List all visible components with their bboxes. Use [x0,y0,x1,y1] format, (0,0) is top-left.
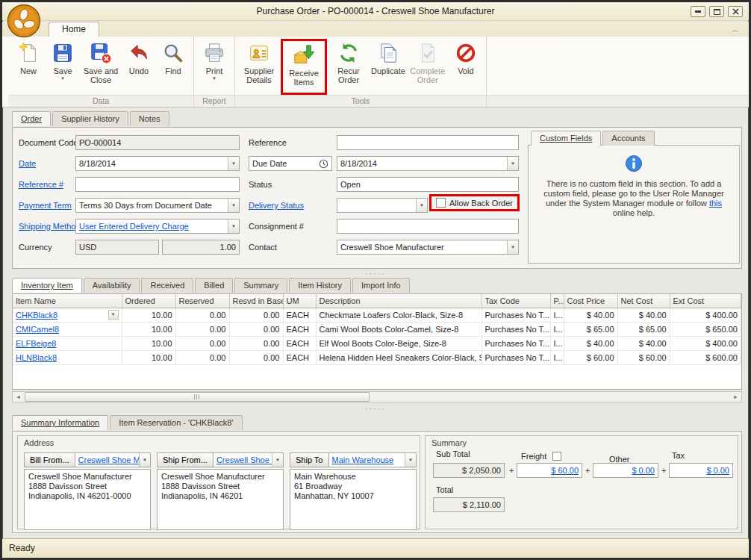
ship-to-combo[interactable]: Main Warehouse▼ [329,452,417,467]
cell-p[interactable]: I... [550,350,564,364]
col-ordered[interactable]: Ordered [122,294,175,308]
bill-from-button[interactable]: Bill From... [24,452,75,467]
tab-summary-information[interactable]: Summary Information [12,415,108,430]
tab-item-history[interactable]: Item History [289,278,351,293]
splitter-handle[interactable] [365,271,386,277]
cell-reserved[interactable]: 0.00 [175,322,229,336]
cell-p[interactable]: I... [550,336,564,350]
shipping-method-field[interactable]: User Entered Delivery Charge▼ [75,219,240,234]
scroll-right-icon[interactable]: ► [730,392,741,402]
tab-availability[interactable]: Availability [84,278,140,293]
supplier-details-button[interactable]: Supplier Details [238,39,280,85]
save-button[interactable]: Save ▼ [46,39,80,81]
item-name-link[interactable]: ELFBeige8 [16,339,56,348]
scrollbar-thumb[interactable] [25,392,370,402]
tab-order[interactable]: Order [12,111,51,126]
document-code-field[interactable]: PO-000014 [75,135,240,150]
cell-um[interactable]: EACH [283,336,316,350]
cell-tax-code[interactable]: Purchases No T... [482,322,550,336]
cell-tax-code[interactable]: Purchases No T... [482,350,550,364]
duplicate-button[interactable]: Duplicate [370,39,407,76]
cell-net-cost[interactable]: $ 60.00 [617,350,670,364]
undo-button[interactable]: Undo [122,39,156,76]
cell-net-cost[interactable]: $ 65.00 [617,322,670,336]
due-date-selector[interactable]: Due Date [249,156,332,171]
due-date-field[interactable]: 8/18/2014▼ [337,156,519,171]
cell-um[interactable]: EACH [283,350,316,364]
col-ext-cost[interactable]: Ext Cost [670,294,741,308]
receive-items-button[interactable]: Receive Items [283,41,325,93]
item-name-link[interactable]: CMICamel8 [16,325,59,334]
chevron-down-icon[interactable]: ▼ [228,199,239,212]
date-label[interactable]: Date [19,156,36,171]
ship-from-button[interactable]: Ship From... [157,452,214,467]
cell-net-cost[interactable]: $ 40.00 [617,336,670,350]
delivery-status-label[interactable]: Delivery Status [249,198,304,213]
cell-ext-cost[interactable]: $ 400.00 [670,308,741,322]
col-net-cost[interactable]: Net Cost [617,294,670,308]
cell-p[interactable]: I... [550,308,564,322]
freight-field[interactable]: $ 60.00 [517,463,582,478]
table-row[interactable]: CMICamel8 10.00 0.00 0.00 EACH Cami Wool… [13,322,741,336]
cell-tax-code[interactable]: Purchases No T... [482,308,550,322]
ship-from-combo[interactable]: Creswell Shoe M▼ [214,452,284,467]
cell-ext-cost[interactable]: $ 400.00 [670,336,741,350]
chevron-down-icon[interactable]: ▼ [507,240,518,254]
col-um[interactable]: UM [283,294,316,308]
app-logo-icon[interactable] [7,4,41,38]
allow-back-order-checkbox[interactable] [436,198,446,208]
tab-import-info[interactable]: Import Info [352,278,410,293]
void-button[interactable]: Void [449,39,483,76]
cell-net-cost[interactable]: $ 40.00 [617,308,670,322]
close-button[interactable] [728,6,743,17]
tax-field[interactable]: $ 0.00 [669,463,733,478]
reference-field[interactable] [337,135,519,150]
cell-reserved[interactable]: 0.00 [175,336,229,350]
table-row[interactable]: ELFBeige8 10.00 0.00 0.00 EACH Elf Wool … [13,336,741,350]
col-resvd-in-base[interactable]: Resvd in Base [229,294,283,308]
cell-resvd[interactable]: 0.00 [229,322,283,336]
ship-to-address[interactable]: Main Warehouse 61 Broadway Manhattan, NY… [290,469,417,530]
collapse-ribbon-button[interactable]: ︿ [729,25,741,35]
currency-rate-field[interactable]: 1.00 [162,240,240,255]
contact-field[interactable]: Creswell Shoe Manufacturer▼ [337,240,519,255]
save-and-close-button[interactable]: Save and Close [80,39,122,85]
col-item-name[interactable]: Item Name [13,294,122,308]
cell-cost-price[interactable]: $ 40.00 [564,336,617,350]
tab-supplier-history[interactable]: Supplier History [52,111,128,126]
cell-ext-cost[interactable]: $ 650.00 [670,322,741,336]
item-name-link[interactable]: CHKBlack8 [16,311,57,320]
cell-cost-price[interactable]: $ 40.00 [564,308,617,322]
chevron-down-icon[interactable]: ▼ [272,453,283,467]
cell-ordered[interactable]: 10.00 [122,350,175,364]
new-button[interactable]: New [11,39,46,76]
minimize-button[interactable] [691,6,705,17]
tab-inventory-item[interactable]: Inventory Item [12,278,82,293]
tab-custom-fields[interactable]: Custom Fields [531,131,601,146]
col-description[interactable]: Description [316,294,482,308]
cell-description[interactable]: Cami Wool Boots Color-Camel, Size-8 [316,322,482,336]
chevron-down-icon[interactable]: ▼ [108,310,119,320]
col-reserved[interactable]: Reserved [175,294,229,308]
tab-item-reservation[interactable]: Item Reservation - 'CHKBlack8' [110,415,242,430]
cell-resvd[interactable]: 0.00 [229,308,283,322]
chevron-down-icon[interactable]: ▼ [228,157,239,170]
cell-description[interactable]: Helena Hidden Heel Sneakers Color-Black,… [316,350,482,364]
splitter-handle[interactable] [365,406,386,412]
item-name-link[interactable]: HLNBlack8 [16,353,57,362]
tab-billed[interactable]: Billed [195,278,233,293]
table-row[interactable]: HLNBlack8 10.00 0.00 0.00 EACH Helena Hi… [13,350,741,364]
cell-ext-cost[interactable]: $ 600.00 [670,350,741,364]
ship-to-button[interactable]: Ship To [290,452,329,467]
table-row[interactable]: CHKBlack8▼ 10.00 0.00 0.00 EACH Checkmat… [13,308,741,322]
chevron-down-icon[interactable]: ▼ [416,199,427,212]
other-field[interactable]: $ 0.00 [593,463,658,478]
currency-code-field[interactable]: USD [75,240,159,255]
status-field[interactable]: Open [337,177,519,192]
shipping-method-label[interactable]: Shipping Method [19,219,81,234]
print-button[interactable]: Print ▼ [197,39,231,81]
cell-um[interactable]: EACH [283,308,316,322]
online-help-link[interactable]: this [709,199,722,208]
tab-notes[interactable]: Notes [130,111,169,126]
cell-ordered[interactable]: 10.00 [122,336,175,350]
